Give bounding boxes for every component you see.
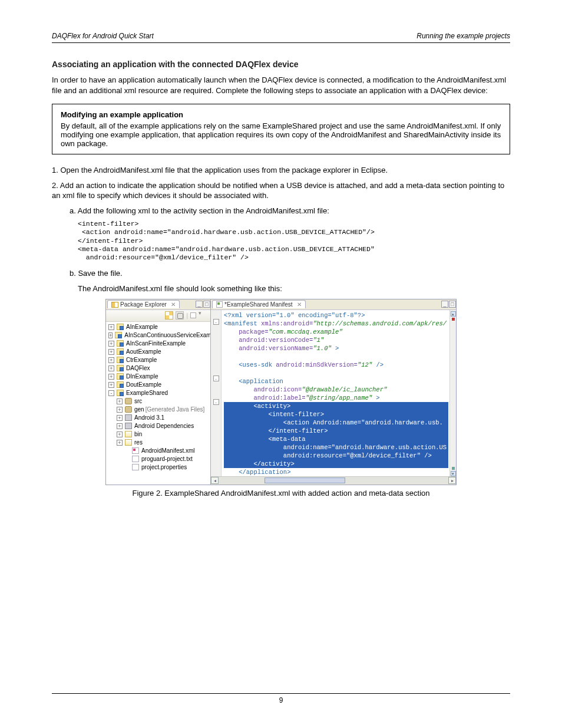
code-line: android:versionCode="1": [224, 336, 448, 344]
tree-twisty-icon[interactable]: +: [117, 440, 123, 446]
tree-node[interactable]: +AInScanFiniteExample: [108, 340, 209, 348]
scroll-up-icon[interactable]: ▴: [451, 311, 456, 317]
step-1: 1. Open the AndroidManifest.xml file tha…: [52, 165, 510, 176]
code-line: <action Android:name="android.hardware.u…: [224, 419, 448, 427]
code-line: <meta-data: [224, 435, 448, 443]
tree-node[interactable]: +src: [108, 397, 209, 406]
maximize-editor-button[interactable]: □: [449, 301, 456, 308]
code-line: </activity>: [224, 460, 448, 468]
fold-gutter[interactable]: - - -: [211, 310, 222, 476]
page-footer: 9: [52, 693, 510, 704]
view-menu-icon[interactable]: [190, 312, 196, 318]
proj-icon: [117, 381, 124, 388]
code-area[interactable]: <?xml version="1.0" encoding="utf-8"?><m…: [222, 310, 449, 476]
minimize-editor-button[interactable]: _: [441, 301, 448, 308]
tree-node[interactable]: +Android Dependencies: [108, 422, 209, 430]
tree-node[interactable]: AndroidManifest.xml: [108, 447, 209, 455]
tree-twisty-icon[interactable]: +: [108, 382, 114, 388]
tree-twisty-icon[interactable]: +: [117, 407, 123, 413]
tree-node[interactable]: +DInExample: [108, 373, 209, 381]
change-marker-icon: [452, 467, 455, 470]
minimize-view-button[interactable]: _: [196, 301, 203, 308]
overview-ruler[interactable]: ▴ ▾: [449, 310, 456, 476]
tree-twisty-icon[interactable]: +: [117, 415, 123, 421]
proj-icon: [117, 348, 124, 355]
collapse-all-icon[interactable]: [165, 311, 173, 319]
tree-node[interactable]: +gen [Generated Java Files]: [108, 406, 209, 414]
package-explorer-tab[interactable]: Package Explorer ✕: [107, 300, 180, 308]
header-left: DAQFlex for Android Quick Start: [52, 32, 154, 40]
tree-node[interactable]: -ExampleShared: [108, 389, 209, 397]
code-line: [224, 353, 448, 361]
fold-toggle[interactable]: -: [213, 319, 219, 325]
fold-toggle[interactable]: -: [213, 375, 219, 381]
tree-node[interactable]: +DoutExample: [108, 381, 209, 389]
callout-box: Modifying an example application By defa…: [52, 104, 510, 154]
package-explorer-tab-label: Package Explorer: [120, 301, 167, 308]
step-2b-label: b. Save the file.: [70, 268, 510, 279]
link-editor-icon[interactable]: [176, 311, 184, 319]
code-line: <application: [224, 377, 448, 386]
code-line: <intent-filter>: [224, 410, 448, 419]
tree-node[interactable]: +AInExample: [108, 323, 209, 331]
fold-toggle[interactable]: -: [213, 399, 219, 405]
tree-node[interactable]: +bin: [108, 430, 209, 439]
tree-twisty-icon[interactable]: +: [108, 332, 113, 338]
tree-twisty-icon[interactable]: +: [108, 365, 114, 371]
code-line: <manifest xmlns:android="http://schemas.…: [224, 319, 448, 328]
scroll-thumb[interactable]: [265, 477, 345, 483]
tree-node[interactable]: project.properties: [108, 463, 209, 472]
tree-twisty-icon[interactable]: +: [117, 431, 123, 437]
tree-node-label: DoutExample: [126, 381, 161, 389]
tree-node-label: AInScanContinuousServiceExample: [124, 331, 210, 340]
tree-twisty-icon[interactable]: +: [108, 324, 114, 330]
tree-twisty-icon[interactable]: -: [108, 390, 114, 396]
tree-node[interactable]: +Android 3.1: [108, 414, 209, 422]
tree-node[interactable]: proguard-project.txt: [108, 455, 209, 463]
section-title: Associating an application with the conn…: [52, 60, 510, 69]
xml-file-icon: [216, 301, 223, 308]
tree-node-label: DAQFlex: [126, 364, 150, 373]
tree-node-label: AInScanFiniteExample: [126, 340, 186, 348]
tree-node-label: AndroidManifest.xml: [141, 447, 195, 455]
project-tree[interactable]: +AInExample+AInScanContinuousServiceExam…: [106, 322, 210, 485]
eclipse-ide-screenshot: Package Explorer ✕ _ □ | +AInExample+AIn…: [105, 299, 457, 485]
code-line: package="com.mccdaq.example": [224, 328, 448, 336]
horizontal-scrollbar[interactable]: ◂ ▸: [211, 476, 456, 485]
header-right: Running the example projects: [416, 32, 510, 40]
tree-node[interactable]: +res: [108, 439, 209, 447]
after-b: The AndroidManifest.xml file should look…: [78, 284, 510, 294]
close-icon[interactable]: ✕: [297, 301, 302, 308]
code-line: android:versionName="1.0" >: [224, 344, 448, 353]
dropdown-icon[interactable]: [199, 311, 207, 319]
tree-node[interactable]: +CtrExample: [108, 356, 209, 364]
package-explorer-pane: Package Explorer ✕ _ □ | +AInExample+AIn…: [106, 299, 211, 485]
file-icon: [132, 464, 139, 470]
tree-node[interactable]: +AInScanContinuousServiceExample: [108, 331, 209, 340]
scroll-right-button[interactable]: ▸: [448, 477, 456, 484]
tree-twisty-icon[interactable]: +: [117, 398, 123, 404]
tree-node[interactable]: +AoutExample: [108, 348, 209, 356]
tree-node-label: Android 3.1: [134, 414, 164, 422]
intro-paragraph: In order to have an application automati…: [52, 75, 510, 95]
tree-node[interactable]: +DAQFlex: [108, 364, 209, 373]
figure-caption: Figure 2. ExampleShared AndroidManifest.…: [52, 489, 510, 498]
tree-node-label: CtrExample: [126, 356, 157, 364]
manifest-editor-tab[interactable]: *ExampleShared Manifest ✕: [212, 300, 306, 308]
tree-node-label: DInExample: [126, 373, 158, 381]
scroll-down-icon[interactable]: ▾: [451, 471, 456, 476]
editor-tab-label: *ExampleShared Manifest: [224, 301, 293, 308]
close-icon[interactable]: ✕: [171, 301, 176, 308]
tree-twisty-icon[interactable]: +: [108, 357, 114, 363]
tree-twisty-icon[interactable]: +: [117, 423, 123, 429]
scroll-left-button[interactable]: ◂: [211, 477, 219, 484]
tree-twisty-icon[interactable]: +: [108, 341, 114, 347]
scroll-track[interactable]: [219, 477, 448, 484]
code-line: android:label="@string/app_name" >: [224, 394, 448, 402]
step-2a-label: a. Add the following xml to the activity…: [70, 206, 510, 216]
tree-twisty-icon[interactable]: +: [108, 349, 114, 355]
maximize-view-button[interactable]: □: [203, 301, 210, 308]
tree-twisty-icon[interactable]: +: [108, 374, 114, 380]
tree-node-label: AInExample: [126, 323, 158, 331]
code-line: <uses-sdk android:minSdkVersion="12" />: [224, 361, 448, 369]
